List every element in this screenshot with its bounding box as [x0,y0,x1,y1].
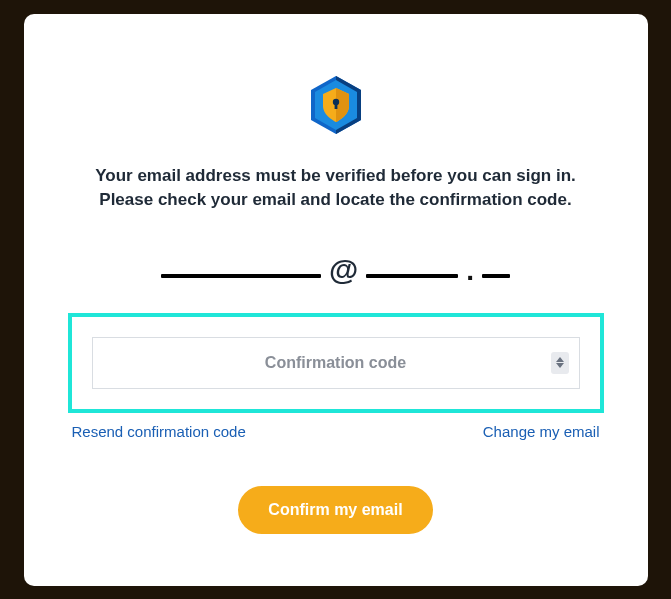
confirm-email-button[interactable]: Confirm my email [238,486,432,534]
chevron-down-icon [556,363,564,368]
instruction-line-2: Please check your email and locate the c… [99,190,571,209]
svg-marker-5 [556,357,564,362]
svg-rect-4 [334,103,337,109]
chevron-up-icon [556,357,564,362]
verify-email-card: Your email address must be verified befo… [24,14,648,586]
email-local-redacted [161,274,321,278]
email-display: @ . [161,255,510,285]
confirmation-code-input[interactable] [93,338,579,388]
email-dot: . [466,257,474,285]
email-at-symbol: @ [329,255,358,285]
number-stepper[interactable] [551,352,569,374]
brand-logo [305,74,367,136]
code-highlight-box [68,313,604,413]
confirmation-code-field[interactable] [92,337,580,389]
secondary-links: Resend confirmation code Change my email [68,423,604,440]
instruction-text: Your email address must be verified befo… [95,164,576,213]
resend-code-link[interactable]: Resend confirmation code [72,423,246,440]
svg-marker-6 [556,363,564,368]
shield-hex-icon [305,74,367,136]
email-tld-redacted [482,274,510,278]
change-email-link[interactable]: Change my email [483,423,600,440]
instruction-line-1: Your email address must be verified befo… [95,166,576,185]
email-domain-redacted [366,274,458,278]
